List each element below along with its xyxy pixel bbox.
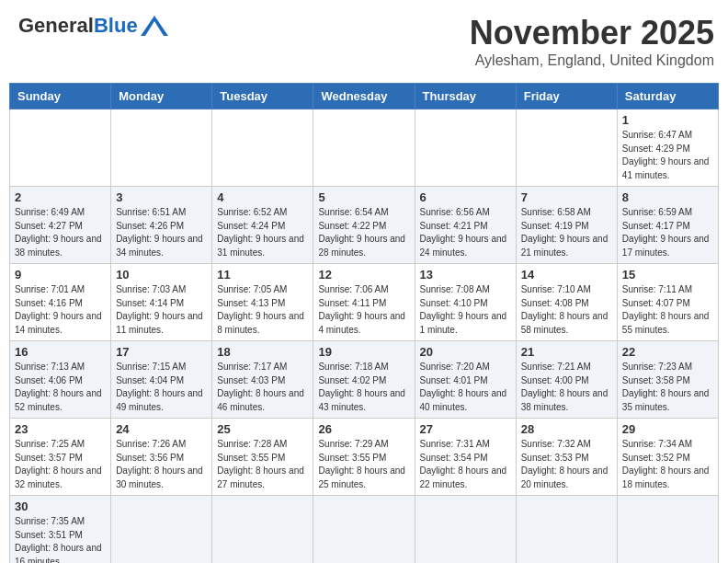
day-info: Sunrise: 7:17 AM Sunset: 4:03 PM Dayligh… <box>217 361 308 414</box>
calendar-week-row: 1Sunrise: 6:47 AM Sunset: 4:29 PM Daylig… <box>10 109 719 187</box>
calendar-cell <box>617 496 718 564</box>
weekday-header-row: SundayMondayTuesdayWednesdayThursdayFrid… <box>10 84 719 109</box>
calendar-week-row: 9Sunrise: 7:01 AM Sunset: 4:16 PM Daylig… <box>10 264 719 341</box>
day-number: 15 <box>622 268 713 282</box>
day-info: Sunrise: 7:05 AM Sunset: 4:13 PM Dayligh… <box>217 283 308 337</box>
day-info: Sunrise: 7:32 AM Sunset: 3:53 PM Dayligh… <box>521 438 612 491</box>
calendar-cell <box>516 496 617 564</box>
calendar-cell <box>313 496 415 564</box>
day-info: Sunrise: 7:03 AM Sunset: 4:14 PM Dayligh… <box>116 283 207 337</box>
calendar-cell <box>415 109 516 187</box>
day-info: Sunrise: 7:15 AM Sunset: 4:04 PM Dayligh… <box>116 361 207 414</box>
day-number: 4 <box>217 190 308 204</box>
day-number: 11 <box>217 268 308 282</box>
day-info: Sunrise: 6:47 AM Sunset: 4:29 PM Dayligh… <box>622 129 713 182</box>
day-number: 14 <box>521 268 612 282</box>
calendar-cell: 9Sunrise: 7:01 AM Sunset: 4:16 PM Daylig… <box>10 264 111 341</box>
calendar-cell: 26Sunrise: 7:29 AM Sunset: 3:55 PM Dayli… <box>313 419 415 496</box>
weekday-header-friday: Friday <box>516 84 617 109</box>
day-number: 5 <box>318 190 409 204</box>
day-info: Sunrise: 6:54 AM Sunset: 4:22 PM Dayligh… <box>318 206 409 259</box>
calendar-cell: 4Sunrise: 6:52 AM Sunset: 4:24 PM Daylig… <box>212 187 313 264</box>
day-number: 18 <box>217 345 308 359</box>
weekday-header-monday: Monday <box>111 84 212 109</box>
day-info: Sunrise: 7:20 AM Sunset: 4:01 PM Dayligh… <box>420 361 511 414</box>
day-info: Sunrise: 7:23 AM Sunset: 3:58 PM Dayligh… <box>622 361 713 414</box>
calendar-cell <box>111 109 212 187</box>
day-info: Sunrise: 7:26 AM Sunset: 3:56 PM Dayligh… <box>116 438 207 491</box>
day-number: 12 <box>318 268 409 282</box>
calendar-cell: 2Sunrise: 6:49 AM Sunset: 4:27 PM Daylig… <box>10 187 111 264</box>
day-number: 30 <box>15 500 106 513</box>
day-info: Sunrise: 7:31 AM Sunset: 3:54 PM Dayligh… <box>420 438 511 491</box>
day-info: Sunrise: 7:34 AM Sunset: 3:52 PM Dayligh… <box>622 438 713 491</box>
day-info: Sunrise: 7:01 AM Sunset: 4:16 PM Dayligh… <box>15 283 106 337</box>
day-info: Sunrise: 7:18 AM Sunset: 4:02 PM Dayligh… <box>318 361 409 414</box>
calendar-cell: 17Sunrise: 7:15 AM Sunset: 4:04 PM Dayli… <box>111 341 212 419</box>
day-number: 20 <box>420 345 511 359</box>
day-number: 28 <box>521 422 612 436</box>
day-info: Sunrise: 6:56 AM Sunset: 4:21 PM Dayligh… <box>420 206 511 259</box>
calendar-cell <box>212 109 313 187</box>
calendar-cell: 22Sunrise: 7:23 AM Sunset: 3:58 PM Dayli… <box>617 341 718 419</box>
day-number: 26 <box>318 422 409 436</box>
day-info: Sunrise: 7:25 AM Sunset: 3:57 PM Dayligh… <box>15 438 106 491</box>
calendar-cell: 30Sunrise: 7:35 AM Sunset: 3:51 PM Dayli… <box>10 496 111 564</box>
day-number: 25 <box>217 422 308 436</box>
day-number: 24 <box>116 422 207 436</box>
weekday-header-tuesday: Tuesday <box>212 84 313 109</box>
day-number: 27 <box>420 422 511 436</box>
logo-general-text: General <box>18 14 94 38</box>
day-info: Sunrise: 7:08 AM Sunset: 4:10 PM Dayligh… <box>420 283 511 337</box>
calendar-cell: 25Sunrise: 7:28 AM Sunset: 3:55 PM Dayli… <box>212 419 313 496</box>
calendar-cell: 13Sunrise: 7:08 AM Sunset: 4:10 PM Dayli… <box>415 264 516 341</box>
day-info: Sunrise: 6:51 AM Sunset: 4:26 PM Dayligh… <box>116 206 207 259</box>
calendar-cell: 15Sunrise: 7:11 AM Sunset: 4:07 PM Dayli… <box>617 264 718 341</box>
day-info: Sunrise: 7:11 AM Sunset: 4:07 PM Dayligh… <box>622 283 713 337</box>
weekday-header-wednesday: Wednesday <box>313 84 415 109</box>
calendar-cell: 28Sunrise: 7:32 AM Sunset: 3:53 PM Dayli… <box>516 419 617 496</box>
day-info: Sunrise: 6:49 AM Sunset: 4:27 PM Dayligh… <box>15 206 106 259</box>
location: Aylesham, England, United Kingdom <box>470 52 714 69</box>
day-number: 8 <box>622 190 713 204</box>
weekday-header-sunday: Sunday <box>10 84 111 109</box>
calendar-week-row: 16Sunrise: 7:13 AM Sunset: 4:06 PM Dayli… <box>10 341 719 419</box>
weekday-header-saturday: Saturday <box>617 84 718 109</box>
logo: General Blue <box>18 14 168 38</box>
calendar-cell: 1Sunrise: 6:47 AM Sunset: 4:29 PM Daylig… <box>617 109 718 187</box>
day-number: 22 <box>622 345 713 359</box>
day-info: Sunrise: 7:06 AM Sunset: 4:11 PM Dayligh… <box>318 283 409 337</box>
day-number: 19 <box>318 345 409 359</box>
calendar-cell: 19Sunrise: 7:18 AM Sunset: 4:02 PM Dayli… <box>313 341 415 419</box>
day-number: 1 <box>622 113 713 127</box>
calendar-cell: 27Sunrise: 7:31 AM Sunset: 3:54 PM Dayli… <box>415 419 516 496</box>
month-title: November 2025 <box>470 14 714 52</box>
logo-icon <box>141 16 168 36</box>
day-number: 17 <box>116 345 207 359</box>
calendar-cell: 23Sunrise: 7:25 AM Sunset: 3:57 PM Dayli… <box>10 419 111 496</box>
calendar-cell <box>313 109 415 187</box>
day-number: 23 <box>15 422 106 436</box>
day-number: 21 <box>521 345 612 359</box>
calendar-week-row: 23Sunrise: 7:25 AM Sunset: 3:57 PM Dayli… <box>10 419 719 496</box>
calendar-cell: 24Sunrise: 7:26 AM Sunset: 3:56 PM Dayli… <box>111 419 212 496</box>
day-info: Sunrise: 7:28 AM Sunset: 3:55 PM Dayligh… <box>217 438 308 491</box>
calendar-cell: 18Sunrise: 7:17 AM Sunset: 4:03 PM Dayli… <box>212 341 313 419</box>
day-number: 13 <box>420 268 511 282</box>
title-area: November 2025 Aylesham, England, United … <box>470 14 714 69</box>
calendar-cell: 20Sunrise: 7:20 AM Sunset: 4:01 PM Dayli… <box>415 341 516 419</box>
day-number: 16 <box>15 345 106 359</box>
calendar-cell <box>10 109 111 187</box>
day-number: 6 <box>420 190 511 204</box>
calendar-cell: 21Sunrise: 7:21 AM Sunset: 4:00 PM Dayli… <box>516 341 617 419</box>
calendar: SundayMondayTuesdayWednesdayThursdayFrid… <box>9 83 719 563</box>
day-info: Sunrise: 7:13 AM Sunset: 4:06 PM Dayligh… <box>15 361 106 414</box>
calendar-cell: 6Sunrise: 6:56 AM Sunset: 4:21 PM Daylig… <box>415 187 516 264</box>
calendar-cell: 10Sunrise: 7:03 AM Sunset: 4:14 PM Dayli… <box>111 264 212 341</box>
calendar-cell <box>516 109 617 187</box>
day-info: Sunrise: 7:35 AM Sunset: 3:51 PM Dayligh… <box>15 515 106 563</box>
calendar-cell: 14Sunrise: 7:10 AM Sunset: 4:08 PM Dayli… <box>516 264 617 341</box>
calendar-cell <box>111 496 212 564</box>
calendar-cell: 29Sunrise: 7:34 AM Sunset: 3:52 PM Dayli… <box>617 419 718 496</box>
day-info: Sunrise: 6:52 AM Sunset: 4:24 PM Dayligh… <box>217 206 308 259</box>
